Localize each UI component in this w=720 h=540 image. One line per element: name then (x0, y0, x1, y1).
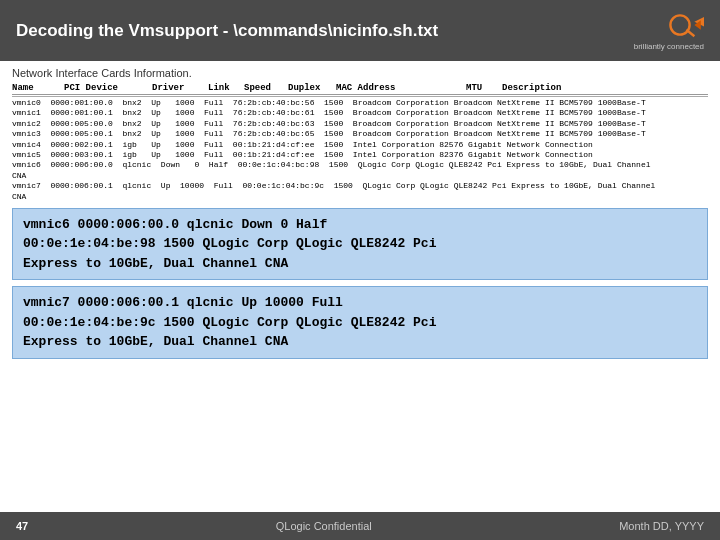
table-row: vmnic0 0000:001:00.0 bnx2 Up 1000 Full 7… (12, 98, 708, 108)
qlogic-logo: brilliantly connected (634, 10, 704, 51)
page-number: 47 (16, 520, 28, 532)
col-link: Link (208, 83, 244, 93)
col-pci: PCI Device (64, 83, 152, 93)
col-mac: MAC Address (336, 83, 466, 93)
table-row: vmnic7 0000:006:00.1 qlcnic Up 10000 Ful… (12, 181, 708, 191)
qlogic-tagline: brilliantly connected (634, 42, 704, 51)
footer-date: Month DD, YYYY (619, 520, 704, 532)
col-driver: Driver (152, 83, 208, 93)
table-row: vmnic3 0000:005:00.1 bnx2 Up 1000 Full 7… (12, 129, 708, 139)
highlight1-line1: vmnic6 0000:006:00.0 qlcnic Down 0 Half (23, 215, 697, 235)
table-row-cna1: CNA (12, 171, 708, 181)
table-row: vmnic5 0000:003:00.1 igb Up 1000 Full 00… (12, 150, 708, 160)
svg-point-0 (670, 15, 689, 34)
footer: 47 QLogic Confidential Month DD, YYYY (0, 512, 720, 540)
table-divider (12, 96, 708, 97)
table-row: vmnic6 0000:006:00.0 qlcnic Down 0 Half … (12, 160, 708, 170)
highlight-box-1: vmnic6 0000:006:00.0 qlcnic Down 0 Half … (12, 208, 708, 281)
table-row-cna2: CNA (12, 192, 708, 202)
table-row: vmnic4 0000:002:00.1 igb Up 1000 Full 00… (12, 140, 708, 150)
qlogic-logo-icon (664, 10, 704, 40)
highlight1-line2: 00:0e:1e:04:be:98 1500 QLogic Corp QLogi… (23, 234, 697, 254)
table-data-rows: vmnic0 0000:001:00.0 bnx2 Up 1000 Full 7… (12, 98, 708, 202)
table-area: Name PCI Device Driver Link Speed Duplex… (12, 83, 708, 202)
section-title: Network Interface Cards Information. (12, 67, 708, 79)
highlight1-line3: Express to 10GbE, Dual Channel CNA (23, 254, 697, 274)
svg-line-1 (686, 30, 694, 36)
highlight2-line3: Express to 10GbE, Dual Channel CNA (23, 332, 697, 352)
col-name: Name (12, 83, 64, 93)
col-desc: Description (502, 83, 561, 93)
table-header: Name PCI Device Driver Link Speed Duplex… (12, 83, 708, 95)
header: Decoding the Vmsupport - \commands\nicin… (0, 0, 720, 61)
col-mtu: MTU (466, 83, 502, 93)
page-title: Decoding the Vmsupport - \commands\nicin… (16, 21, 438, 41)
col-speed: Speed (244, 83, 288, 93)
table-row: vmnic2 0000:005:00.0 bnx2 Up 1000 Full 7… (12, 119, 708, 129)
footer-center-text: QLogic Confidential (276, 520, 372, 532)
col-duplex: Duplex (288, 83, 336, 93)
main-content: Network Interface Cards Information. Nam… (0, 61, 720, 369)
table-row: vmnic1 0000:001:00.1 bnx2 Up 1000 Full 7… (12, 108, 708, 118)
highlight2-line1: vmnic7 0000:006:00.1 qlcnic Up 10000 Ful… (23, 293, 697, 313)
highlight-box-2: vmnic7 0000:006:00.1 qlcnic Up 10000 Ful… (12, 286, 708, 359)
highlight2-line2: 00:0e:1e:04:be:9c 1500 QLogic Corp QLogi… (23, 313, 697, 333)
